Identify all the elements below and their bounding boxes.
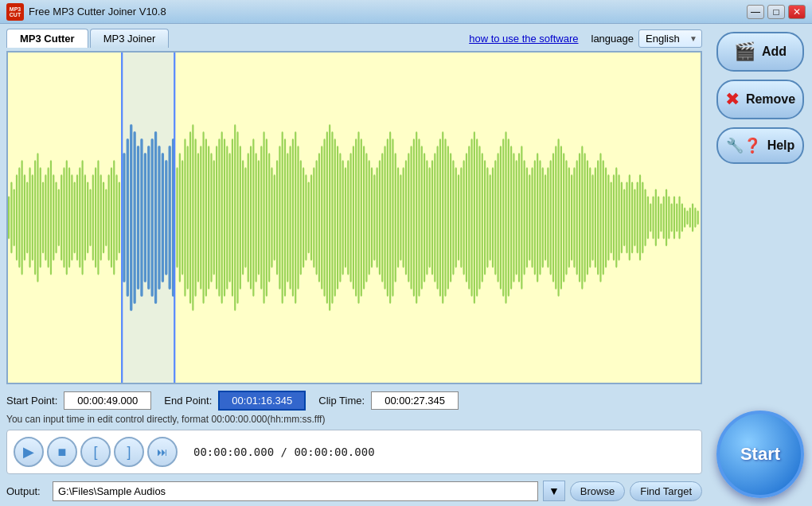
start-button[interactable]: Start	[716, 411, 804, 498]
svg-rect-235	[631, 181, 633, 253]
minimize-button[interactable]: —	[747, 5, 764, 19]
end-point-label: End Point:	[164, 395, 212, 407]
svg-rect-114	[313, 167, 314, 267]
how-to-link[interactable]: how to use the software	[469, 33, 578, 45]
svg-rect-148	[403, 167, 404, 267]
svg-rect-222	[597, 160, 599, 274]
svg-rect-77	[216, 146, 217, 289]
svg-rect-147	[400, 174, 401, 260]
svg-rect-241	[647, 196, 649, 239]
svg-rect-243	[652, 196, 654, 239]
svg-rect-74	[208, 146, 209, 289]
output-label: Output:	[6, 485, 48, 497]
svg-rect-13	[32, 174, 33, 260]
svg-rect-35	[89, 189, 91, 246]
clip-time-input[interactable]	[371, 391, 459, 410]
end-mark-button[interactable]: ]	[114, 437, 144, 467]
svg-rect-164	[444, 138, 446, 296]
svg-rect-93	[258, 160, 260, 274]
svg-rect-5	[10, 181, 12, 253]
svg-rect-25	[63, 167, 64, 267]
svg-rect-162	[439, 138, 441, 296]
svg-rect-12	[29, 167, 30, 267]
end-point-input[interactable]	[218, 391, 306, 411]
start-mark-button[interactable]: [	[80, 437, 111, 467]
svg-rect-19	[48, 167, 49, 267]
svg-rect-245	[658, 196, 659, 239]
svg-rect-253	[678, 196, 680, 239]
svg-rect-247	[663, 196, 665, 239]
close-button[interactable]: ✕	[788, 5, 806, 19]
waveform-container[interactable]	[6, 51, 702, 384]
svg-rect-24	[61, 174, 62, 260]
tab-mp3-cutter[interactable]: MP3 Cutter	[6, 29, 88, 48]
browse-button[interactable]: Browse	[570, 481, 625, 501]
tab-mp3-joiner[interactable]: MP3 Joiner	[90, 29, 170, 48]
window-controls: — □ ✕	[747, 5, 806, 19]
svg-rect-9	[21, 160, 23, 274]
svg-rect-34	[87, 181, 88, 253]
help-button[interactable]: 🔧❓ Help	[716, 127, 804, 164]
svg-rect-160	[434, 153, 435, 282]
svg-rect-204	[550, 160, 552, 274]
svg-rect-111	[305, 174, 306, 260]
start-point-input[interactable]	[64, 391, 151, 410]
left-panel: MP3 Cutter MP3 Joiner how to use the sof…	[0, 24, 709, 506]
svg-rect-49	[130, 124, 132, 311]
svg-rect-173	[468, 146, 470, 289]
svg-rect-246	[660, 203, 662, 232]
svg-rect-94	[260, 146, 262, 289]
svg-rect-183	[494, 160, 496, 274]
svg-rect-101	[279, 146, 280, 289]
svg-rect-180	[486, 167, 488, 267]
find-target-button[interactable]: Find Target	[630, 481, 702, 501]
maximize-button[interactable]: □	[767, 5, 785, 19]
svg-rect-42	[108, 174, 110, 260]
svg-rect-194	[524, 160, 525, 274]
play-button[interactable]: ▶	[14, 437, 44, 467]
svg-rect-125	[342, 160, 344, 274]
svg-rect-60	[169, 146, 171, 289]
svg-rect-21	[53, 174, 54, 260]
svg-rect-156	[424, 153, 425, 282]
svg-rect-22	[55, 181, 57, 253]
svg-rect-102	[282, 131, 283, 304]
hint-text: You can input time in edit control direc…	[6, 414, 702, 425]
add-button[interactable]: 🎬 Add	[716, 32, 804, 72]
svg-rect-105	[290, 146, 291, 289]
svg-rect-68	[192, 124, 193, 311]
remove-button[interactable]: ✖ Remove	[716, 80, 804, 119]
skip-button[interactable]: ⏭	[147, 437, 178, 467]
svg-rect-166	[450, 153, 451, 282]
remove-button-label: Remove	[746, 92, 795, 107]
svg-rect-110	[303, 167, 304, 267]
output-dropdown-arrow[interactable]: ▼	[543, 481, 565, 501]
svg-rect-133	[363, 146, 365, 289]
language-select[interactable]: English Chinese Spanish French German	[638, 29, 702, 48]
svg-rect-32	[82, 160, 84, 274]
stop-button[interactable]: ■	[47, 437, 77, 467]
output-path-input[interactable]	[53, 481, 538, 501]
svg-rect-122	[334, 138, 336, 296]
svg-rect-167	[452, 160, 454, 274]
app-logo: MP3CUT	[6, 3, 24, 21]
svg-rect-131	[357, 131, 359, 304]
svg-rect-43	[111, 167, 112, 267]
svg-rect-62	[176, 167, 178, 267]
svg-rect-192	[518, 153, 520, 282]
svg-rect-45	[115, 174, 117, 260]
remove-icon: ✖	[725, 89, 740, 110]
language-selector[interactable]: English Chinese Spanish French German	[638, 29, 702, 48]
svg-rect-15	[37, 153, 38, 282]
svg-rect-141	[384, 146, 385, 289]
svg-rect-198	[534, 160, 536, 274]
svg-rect-158	[429, 167, 431, 267]
svg-rect-154	[418, 138, 420, 296]
svg-rect-70	[197, 153, 199, 282]
svg-rect-209	[563, 153, 564, 282]
svg-rect-14	[34, 160, 36, 274]
svg-rect-18	[45, 174, 46, 260]
add-button-label: Add	[762, 45, 787, 59]
svg-rect-234	[629, 174, 630, 260]
svg-rect-144	[392, 138, 393, 296]
